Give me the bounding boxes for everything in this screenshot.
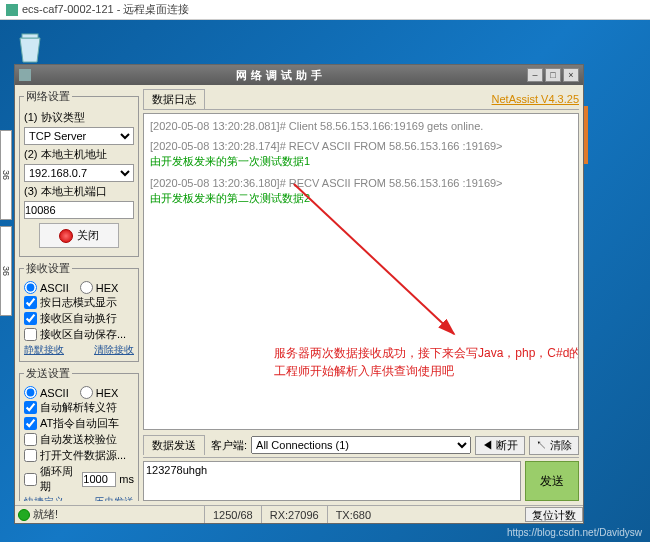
send-textarea[interactable]: 123278uhgh	[143, 461, 521, 501]
recv-logmode-check[interactable]: 按日志模式显示	[24, 295, 134, 310]
rdp-titlebar: ecs-caf7-0002-121 - 远程桌面连接	[0, 0, 650, 20]
recv-legend: 接收设置	[24, 261, 72, 276]
send-checksum-check[interactable]: 自动发送校验位	[24, 432, 134, 447]
maximize-button[interactable]: □	[545, 68, 561, 82]
netassist-window: 网络调试助手 – □ × 网络设置 (1) 协议类型 TCP Server (2…	[14, 64, 584, 524]
recv-wrap-check[interactable]: 接收区自动换行	[24, 311, 134, 326]
client-label: 客户端:	[211, 438, 247, 453]
log-line: [2020-05-08 13:20:36.180]# RECV ASCII FR…	[150, 177, 572, 189]
send-settings: 发送设置 ASCII HEX 自动解析转义符 AT指令自动回车 自动发送校验位 …	[19, 366, 139, 501]
side-tab[interactable]: 36	[0, 226, 12, 316]
log-area[interactable]: [2020-05-08 13:20:28.081]# Client 58.56.…	[143, 113, 579, 430]
clear-recv-link[interactable]: 清除接收	[94, 343, 134, 357]
network-settings: 网络设置 (1) 协议类型 TCP Server (2) 本地主机地址 192.…	[19, 89, 139, 257]
status-rx: RX:27096	[261, 506, 327, 523]
minimize-button[interactable]: –	[527, 68, 543, 82]
rdp-icon	[6, 4, 18, 16]
record-icon	[59, 229, 73, 243]
disconnect-button[interactable]: ◀ 断开	[475, 436, 525, 455]
recv-settings: 接收设置 ASCII HEX 按日志模式显示 接收区自动换行 接收区自动保存..…	[19, 261, 139, 362]
log-tabrow: 数据日志 NetAssist V4.3.25	[143, 89, 579, 110]
status-bar: 就绪! 1250/68 RX:27096 TX:680 复位计数	[15, 505, 583, 523]
side-tab[interactable]: 36	[0, 130, 12, 220]
send-box: 123278uhgh 发送	[143, 461, 579, 501]
netassist-link[interactable]: NetAssist V4.3.25	[492, 93, 579, 105]
send-header: 数据发送 客户端: All Connections (1) ◀ 断开 ↖ 清除	[143, 433, 579, 458]
status-tx: TX:680	[327, 506, 379, 523]
status-ready: 就绪!	[33, 507, 58, 522]
send-button[interactable]: 发送	[525, 461, 579, 501]
shortcut-link[interactable]: 快捷定义	[24, 495, 64, 501]
app-icon	[19, 69, 31, 81]
app-title: 网络调试助手	[35, 68, 527, 83]
watermark: https://blog.csdn.net/Davidysw	[507, 527, 642, 538]
send-ascii-radio[interactable]: ASCII HEX	[24, 386, 134, 399]
svg-line-1	[294, 184, 454, 334]
background-window-edge	[584, 106, 588, 164]
status-ratio: 1250/68	[204, 506, 261, 523]
silent-recv-link[interactable]: 静默接收	[24, 343, 64, 357]
svg-rect-0	[22, 34, 38, 38]
clear-send-button[interactable]: ↖ 清除	[529, 436, 579, 455]
close-window-button[interactable]: ×	[563, 68, 579, 82]
recv-autosave-check[interactable]: 接收区自动保存...	[24, 327, 134, 342]
send-file-check[interactable]: 打开文件数据源...	[24, 448, 134, 463]
recycle-bin-icon	[12, 28, 48, 64]
send-legend: 发送设置	[24, 366, 72, 381]
connection-close-button[interactable]: 关闭	[39, 223, 119, 248]
network-settings-legend: 网络设置	[24, 89, 72, 104]
log-line: 由开发板发来的第二次测试数据2	[150, 191, 572, 206]
protocol-select[interactable]: TCP Server	[24, 127, 134, 145]
log-line: [2020-05-08 13:20:28.081]# Client 58.56.…	[150, 120, 572, 132]
send-escape-check[interactable]: 自动解析转义符	[24, 400, 134, 415]
protocol-label: (1) 协议类型	[24, 110, 134, 125]
annotation-text: 服务器两次数据接收成功，接下来会写Java，php，C#d的工程师开始解析入库供…	[274, 344, 579, 380]
status-icon	[18, 509, 30, 521]
titlebar[interactable]: 网络调试助手 – □ ×	[15, 65, 583, 85]
left-panel: 网络设置 (1) 协议类型 TCP Server (2) 本地主机地址 192.…	[19, 89, 139, 501]
log-line: 由开发板发来的第一次测试数据1	[150, 154, 572, 169]
host-select[interactable]: 192.168.0.7	[24, 164, 134, 182]
recv-ascii-radio[interactable]: ASCII HEX	[24, 281, 134, 294]
send-loop-check[interactable]: 循环周期ms	[24, 464, 134, 494]
right-panel: 数据日志 NetAssist V4.3.25 [2020-05-08 13:20…	[143, 89, 579, 501]
log-tab[interactable]: 数据日志	[143, 89, 205, 109]
log-line: [2020-05-08 13:20:28.174]# RECV ASCII FR…	[150, 140, 572, 152]
send-atcr-check[interactable]: AT指令自动回车	[24, 416, 134, 431]
history-link[interactable]: 历史发送	[94, 495, 134, 501]
loop-ms-input[interactable]	[82, 472, 116, 487]
side-tabs: 36 36	[0, 130, 10, 322]
port-input[interactable]	[24, 201, 134, 219]
connection-select[interactable]: All Connections (1)	[251, 436, 471, 454]
rdp-title: ecs-caf7-0002-121 - 远程桌面连接	[22, 2, 190, 17]
host-label: (2) 本地主机地址	[24, 147, 134, 162]
send-tab[interactable]: 数据发送	[143, 435, 205, 455]
port-label: (3) 本地主机端口	[24, 184, 134, 199]
reset-count-button[interactable]: 复位计数	[525, 507, 583, 522]
window-buttons: – □ ×	[527, 68, 579, 82]
